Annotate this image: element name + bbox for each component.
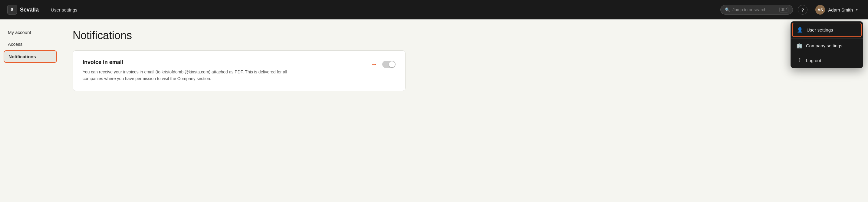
sidebar: My account Access Notifications bbox=[0, 19, 61, 202]
main-content: Notifications Invoice in email You can r… bbox=[61, 19, 868, 202]
dropdown-item-logout[interactable]: ⤴ Log out bbox=[791, 53, 863, 68]
search-shortcut: ⌘ / bbox=[779, 7, 789, 12]
dropdown-item-company-settings[interactable]: 🏢 Company settings bbox=[791, 38, 863, 53]
sidebar-label-my-account: My account bbox=[8, 30, 31, 35]
card-title: Invoice in email bbox=[83, 59, 359, 66]
dropdown-label-logout: Log out bbox=[806, 58, 821, 63]
page-layout: My account Access Notifications Notifica… bbox=[0, 19, 868, 202]
help-button[interactable]: ? bbox=[798, 5, 807, 15]
sidebar-label-access: Access bbox=[8, 42, 22, 47]
dropdown-label-user-settings: User settings bbox=[807, 27, 833, 32]
page-title: Notifications bbox=[73, 29, 856, 42]
toggle-knob bbox=[389, 61, 395, 67]
sidebar-item-notifications[interactable]: Notifications bbox=[4, 50, 57, 63]
logo-icon: 8 bbox=[7, 5, 17, 15]
sidebar-item-access[interactable]: Access bbox=[4, 39, 57, 50]
chevron-down-icon: ▾ bbox=[856, 7, 858, 12]
dropdown-item-user-settings[interactable]: 👤 User settings bbox=[792, 23, 862, 37]
logo-area[interactable]: 8 Sevalla bbox=[7, 5, 39, 15]
user-name: Adam Smith bbox=[828, 7, 853, 12]
company-icon: 🏢 bbox=[796, 43, 802, 49]
search-icon: 🔍 bbox=[725, 7, 730, 12]
dropdown-label-company-settings: Company settings bbox=[806, 43, 842, 48]
toggle-area: → bbox=[371, 59, 396, 68]
user-icon: 👤 bbox=[797, 27, 803, 33]
app-name: Sevalla bbox=[20, 7, 39, 13]
sidebar-label-notifications: Notifications bbox=[8, 54, 36, 59]
top-navigation: 8 Sevalla User settings 🔍 Jump to or sea… bbox=[0, 0, 868, 19]
invoice-email-card: Invoice in email You can receive your in… bbox=[73, 50, 406, 91]
search-placeholder: Jump to or search... bbox=[733, 7, 770, 12]
sidebar-item-my-account[interactable]: My account bbox=[4, 27, 57, 38]
invoice-email-toggle[interactable] bbox=[382, 61, 396, 68]
user-dropdown-menu: 👤 User settings 🏢 Company settings ⤴ Log… bbox=[790, 21, 863, 68]
nav-title: User settings bbox=[51, 7, 715, 12]
card-body: Invoice in email You can receive your in… bbox=[83, 59, 371, 82]
logout-icon: ⤴ bbox=[796, 57, 802, 64]
card-description: You can receive your invoices in email (… bbox=[83, 69, 294, 82]
arrow-right-icon: → bbox=[371, 60, 377, 68]
avatar: AS bbox=[815, 5, 825, 15]
user-menu-button[interactable]: AS Adam Smith ▾ bbox=[812, 3, 861, 16]
search-bar[interactable]: 🔍 Jump to or search... ⌘ / bbox=[720, 5, 793, 15]
